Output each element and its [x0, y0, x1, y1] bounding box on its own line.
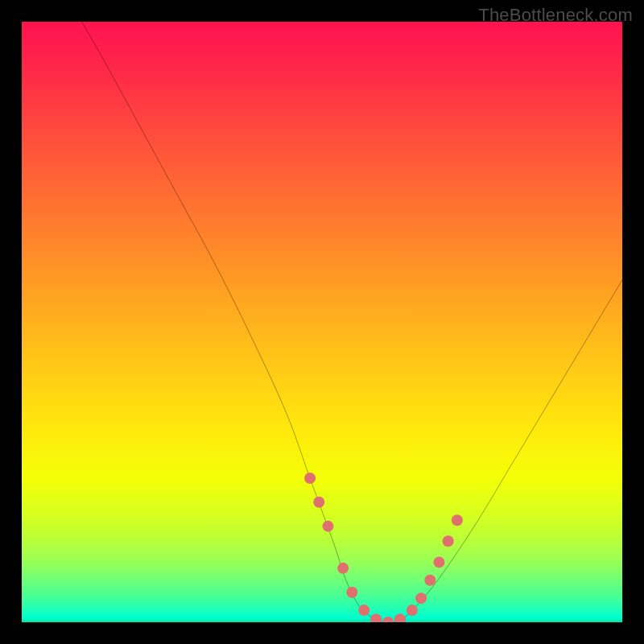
highlight-dot [452, 514, 463, 526]
highlight-dot [443, 535, 454, 547]
highlight-dot [358, 605, 369, 616]
highlight-dot [322, 521, 333, 532]
highlight-dot [370, 613, 382, 622]
highlight-dot [346, 587, 357, 598]
chart-frame: TheBottleneck.com [0, 0, 644, 644]
highlight-dots [304, 473, 463, 622]
highlight-dot [313, 497, 324, 508]
highlight-dot [407, 605, 418, 616]
highlight-dot [415, 592, 427, 604]
bottleneck-curve [82, 22, 622, 622]
plot-area [22, 22, 622, 622]
highlight-dot [424, 575, 436, 586]
watermark-text: TheBottleneck.com [478, 5, 633, 26]
highlight-dot [304, 473, 316, 484]
highlight-dot [337, 563, 349, 574]
highlight-dot [433, 556, 444, 568]
curve-layer [22, 22, 622, 622]
highlight-dot [382, 617, 394, 622]
highlight-dot [394, 613, 406, 622]
